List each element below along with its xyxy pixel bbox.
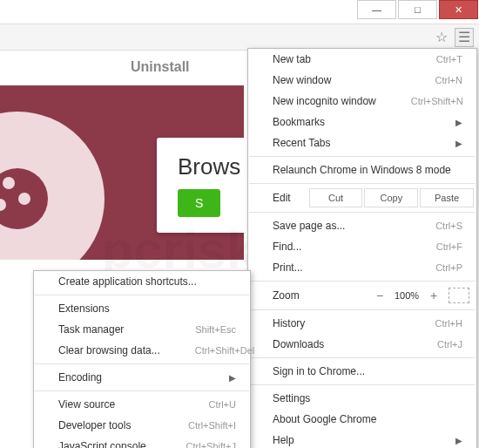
menu-separator bbox=[249, 183, 476, 184]
menu-about[interactable]: About Google Chrome bbox=[248, 409, 476, 430]
star-icon[interactable]: ☆ bbox=[432, 28, 451, 47]
zoom-in-button[interactable]: + bbox=[424, 288, 443, 302]
submenu-view-source[interactable]: View sourceCtrl+U bbox=[34, 394, 250, 415]
chevron-right-icon: ▶ bbox=[455, 139, 462, 148]
menu-separator bbox=[249, 212, 476, 213]
chevron-right-icon: ▶ bbox=[455, 436, 462, 445]
copy-button[interactable]: Copy bbox=[364, 188, 418, 207]
hero-heading: Brows bbox=[178, 153, 240, 180]
paste-button[interactable]: Paste bbox=[420, 188, 474, 207]
zoom-value: 100% bbox=[389, 290, 424, 301]
submenu-clear-data[interactable]: Clear browsing data...Ctrl+Shift+Del bbox=[34, 340, 250, 361]
menu-zoom-row: Zoom − 100% + bbox=[248, 284, 476, 307]
menu-bookmarks[interactable]: Bookmarks▶ bbox=[248, 112, 476, 132]
uninstall-label: Uninstall bbox=[131, 59, 190, 75]
window-maximize-button[interactable]: □ bbox=[398, 0, 437, 19]
fullscreen-icon[interactable] bbox=[449, 288, 469, 303]
submenu-encoding[interactable]: Encoding▶ bbox=[34, 367, 250, 388]
submenu-extensions[interactable]: Extensions bbox=[34, 298, 250, 319]
hero-button[interactable]: S bbox=[178, 189, 220, 217]
film-reel-icon bbox=[0, 168, 48, 229]
edit-label: Edit bbox=[273, 192, 308, 204]
menu-separator bbox=[249, 357, 476, 358]
menu-print[interactable]: Print...Ctrl+P bbox=[248, 257, 476, 278]
zoom-label: Zoom bbox=[273, 289, 370, 302]
menu-new-window[interactable]: New windowCtrl+N bbox=[248, 70, 476, 91]
chrome-main-menu: New tabCtrl+T New windowCtrl+N New incog… bbox=[247, 48, 477, 448]
menu-settings[interactable]: Settings bbox=[248, 388, 476, 409]
browser-toolbar: ☆ ☰ bbox=[0, 24, 479, 51]
menu-save-page[interactable]: Save page as...Ctrl+S bbox=[248, 215, 476, 236]
submenu-create-shortcuts[interactable]: Create application shortcuts... bbox=[34, 271, 250, 292]
cut-button[interactable]: Cut bbox=[309, 188, 363, 207]
menu-new-incognito[interactable]: New incognito windowCtrl+Shift+N bbox=[248, 91, 476, 112]
more-tools-submenu: Create application shortcuts... Extensio… bbox=[33, 270, 251, 448]
menu-find[interactable]: Find...Ctrl+F bbox=[248, 236, 476, 257]
hero-card: Brows S bbox=[157, 138, 244, 233]
menu-relaunch-win8[interactable]: Relaunch Chrome in Windows 8 mode bbox=[248, 160, 476, 180]
hero-graphic bbox=[0, 112, 105, 260]
chevron-right-icon: ▶ bbox=[455, 118, 462, 127]
menu-downloads[interactable]: DownloadsCtrl+J bbox=[248, 334, 476, 355]
menu-separator bbox=[35, 390, 249, 391]
menu-sign-in[interactable]: Sign in to Chrome... bbox=[248, 361, 476, 382]
page-hero: Brows S bbox=[0, 85, 244, 260]
menu-recent-tabs[interactable]: Recent Tabs▶ bbox=[248, 132, 476, 153]
submenu-dev-tools[interactable]: Developer toolsCtrl+Shift+I bbox=[34, 415, 250, 436]
menu-separator bbox=[249, 281, 476, 282]
window-minimize-button[interactable]: — bbox=[357, 0, 396, 19]
menu-separator bbox=[35, 295, 249, 295]
menu-new-tab[interactable]: New tabCtrl+T bbox=[248, 49, 476, 70]
menu-separator bbox=[249, 309, 476, 310]
menu-help[interactable]: Help▶ bbox=[248, 430, 476, 448]
menu-separator bbox=[249, 156, 476, 157]
menu-separator bbox=[249, 384, 476, 385]
submenu-js-console[interactable]: JavaScript consoleCtrl+Shift+J bbox=[34, 436, 250, 448]
menu-edit-row: Edit Cut Copy Paste bbox=[248, 187, 476, 209]
menu-history[interactable]: HistoryCtrl+H bbox=[248, 313, 476, 334]
submenu-task-manager[interactable]: Task managerShift+Esc bbox=[34, 319, 250, 340]
window-titlebar: — □ ✕ bbox=[0, 0, 479, 24]
window-close-button[interactable]: ✕ bbox=[439, 0, 478, 19]
chevron-right-icon: ▶ bbox=[229, 373, 236, 383]
menu-separator bbox=[35, 363, 249, 364]
hamburger-menu-icon[interactable]: ☰ bbox=[455, 28, 474, 47]
zoom-out-button[interactable]: − bbox=[370, 288, 389, 302]
